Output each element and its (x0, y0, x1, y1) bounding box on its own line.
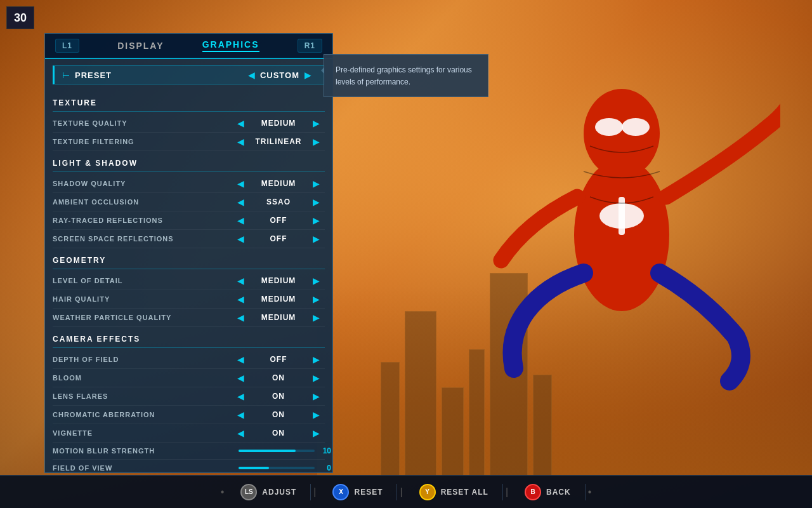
motion-blur-slider[interactable] (239, 450, 315, 452)
preset-next-btn[interactable]: ▶ (304, 70, 311, 80)
panel-content: TEXTURE TEXTURE QUALITY ◀ MEDIUM ▶ TEXTU… (45, 91, 332, 472)
ambient-occlusion-value: SSAO (253, 197, 304, 206)
hair-quality-control[interactable]: ◀ MEDIUM ▶ (232, 294, 325, 304)
texture-filtering-prev[interactable]: ◀ (237, 137, 244, 147)
ray-traced-control[interactable]: ◀ OFF ▶ (232, 215, 325, 225)
screen-space-prev[interactable]: ◀ (237, 234, 244, 244)
vignette-prev[interactable]: ◀ (237, 428, 244, 438)
lod-control[interactable]: ◀ MEDIUM ▶ (232, 276, 325, 286)
dof-prev[interactable]: ◀ (237, 354, 244, 364)
back-action[interactable]: B BACK (511, 484, 586, 500)
vignette-control[interactable]: ◀ ON ▶ (232, 428, 325, 438)
bloom-control[interactable]: ◀ ON ▶ (232, 373, 325, 383)
fov-value: 0 (318, 464, 331, 472)
chromatic-aberration-next[interactable]: ▶ (313, 410, 320, 420)
tooltip-text: Pre-defined graphics settings for variou… (336, 65, 472, 86)
hair-quality-next[interactable]: ▶ (313, 294, 320, 304)
dof-control[interactable]: ◀ OFF ▶ (232, 354, 325, 364)
ray-traced-next[interactable]: ▶ (313, 215, 320, 225)
motion-blur-label: MOTION BLUR STRENGTH (53, 447, 239, 455)
tab-r1[interactable]: R1 (298, 39, 322, 53)
preset-prev-btn[interactable]: ◀ (248, 70, 255, 80)
back-btn-icon: B (525, 484, 541, 500)
vignette-next[interactable]: ▶ (313, 428, 320, 438)
setting-texture-filtering: TEXTURE FILTERING ◀ TRILINEAR ▶ (53, 133, 325, 151)
tab-graphics[interactable]: GRAPHICS (202, 39, 259, 52)
ray-traced-value: OFF (253, 216, 304, 225)
hair-quality-prev[interactable]: ◀ (237, 294, 244, 304)
dof-value: OFF (253, 355, 304, 364)
chromatic-aberration-value: ON (253, 410, 304, 419)
shadow-quality-prev[interactable]: ◀ (237, 178, 244, 189)
bottom-bar: • LS ADJUST | X RESET | Y RESET ALL | B … (0, 475, 812, 508)
reset-all-btn-label: RESET ALL (441, 488, 488, 497)
texture-filtering-label: TEXTURE FILTERING (53, 138, 232, 145)
settings-panel: L1 DISPLAY GRAPHICS R1 ⊢ PRESET ◀ CUSTOM… (44, 33, 333, 473)
screen-space-control[interactable]: ◀ OFF ▶ (232, 234, 325, 244)
motion-blur-control[interactable]: 10 (239, 446, 325, 455)
hair-quality-label: HAIR QUALITY (53, 295, 232, 303)
fov-slider[interactable] (239, 467, 315, 469)
texture-quality-prev[interactable]: ◀ (237, 118, 244, 128)
lens-flares-next[interactable]: ▶ (313, 391, 320, 401)
screen-space-next[interactable]: ▶ (313, 234, 320, 244)
lens-flares-control[interactable]: ◀ ON ▶ (232, 391, 325, 401)
weather-particle-label: WEATHER PARTICLE QUALITY (53, 314, 232, 321)
reset-action[interactable]: X RESET (318, 484, 397, 500)
weather-particle-next[interactable]: ▶ (313, 312, 320, 323)
lens-flares-prev[interactable]: ◀ (237, 391, 244, 401)
setting-chromatic-aberration: CHROMATIC ABERRATION ◀ ON ▶ (53, 406, 325, 424)
reset-all-action[interactable]: Y RESET ALL (405, 484, 503, 500)
setting-motion-blur: MOTION BLUR STRENGTH 10 (53, 443, 325, 460)
weather-particle-control[interactable]: ◀ MEDIUM ▶ (232, 312, 325, 323)
motion-blur-value: 10 (318, 446, 331, 455)
lens-flares-value: ON (253, 392, 304, 401)
back-btn-label: BACK (546, 488, 571, 497)
dot-right: • (586, 486, 594, 498)
dof-next[interactable]: ▶ (313, 354, 320, 364)
ambient-occlusion-prev[interactable]: ◀ (237, 197, 244, 207)
texture-quality-control[interactable]: ◀ MEDIUM ▶ (232, 118, 325, 128)
dof-label: DEPTH OF FIELD (53, 356, 232, 363)
texture-filtering-control[interactable]: ◀ TRILINEAR ▶ (232, 137, 325, 147)
setting-field-of-view: FIELD OF VIEW 0 (53, 460, 325, 472)
texture-quality-next[interactable]: ▶ (313, 118, 320, 128)
bloom-value: ON (253, 373, 304, 382)
dot-4: | (503, 486, 511, 498)
lod-next[interactable]: ▶ (313, 276, 320, 286)
texture-filtering-next[interactable]: ▶ (313, 137, 320, 147)
tab-display[interactable]: DISPLAY (117, 41, 164, 51)
fov-label: FIELD OF VIEW (53, 464, 239, 472)
tab-bar: L1 DISPLAY GRAPHICS R1 (45, 34, 332, 59)
ray-traced-prev[interactable]: ◀ (237, 215, 244, 225)
bloom-prev[interactable]: ◀ (237, 373, 244, 383)
ambient-occlusion-control[interactable]: ◀ SSAO ▶ (232, 197, 325, 207)
bloom-next[interactable]: ▶ (313, 373, 320, 383)
tab-l1[interactable]: L1 (55, 39, 79, 53)
weather-particle-prev[interactable]: ◀ (237, 312, 244, 323)
chromatic-aberration-prev[interactable]: ◀ (237, 410, 244, 420)
ray-traced-label: RAY-TRACED REFLECTIONS (53, 217, 232, 224)
reset-all-btn-icon: Y (419, 484, 436, 500)
chromatic-aberration-label: CHROMATIC ABERRATION (53, 411, 232, 418)
screen-space-label: SCREEN SPACE REFLECTIONS (53, 235, 232, 243)
lod-prev[interactable]: ◀ (237, 276, 244, 286)
setting-ray-traced-reflections: RAY-TRACED REFLECTIONS ◀ OFF ▶ (53, 211, 325, 230)
vignette-label: VIGNETTE (53, 429, 232, 437)
setting-hair-quality: HAIR QUALITY ◀ MEDIUM ▶ (53, 290, 325, 309)
svg-point-1 (584, 89, 660, 178)
adjust-btn-icon: LS (240, 484, 257, 500)
adjust-action[interactable]: LS ADJUST (226, 484, 311, 500)
preset-row[interactable]: ⊢ PRESET ◀ CUSTOM ▶ (53, 65, 325, 84)
dot-3: | (397, 486, 405, 498)
chromatic-aberration-control[interactable]: ◀ ON ▶ (232, 410, 325, 420)
preset-tooltip: Pre-defined graphics settings for variou… (324, 54, 488, 97)
fov-control[interactable]: 0 (239, 464, 325, 472)
shadow-quality-control[interactable]: ◀ MEDIUM ▶ (232, 178, 325, 189)
shadow-quality-next[interactable]: ▶ (313, 178, 320, 189)
setting-lens-flares: LENS FLARES ◀ ON ▶ (53, 387, 325, 406)
setting-vignette: VIGNETTE ◀ ON ▶ (53, 424, 325, 443)
screen-space-value: OFF (253, 234, 304, 243)
ambient-occlusion-next[interactable]: ▶ (313, 197, 320, 207)
texture-quality-value: MEDIUM (253, 119, 304, 128)
